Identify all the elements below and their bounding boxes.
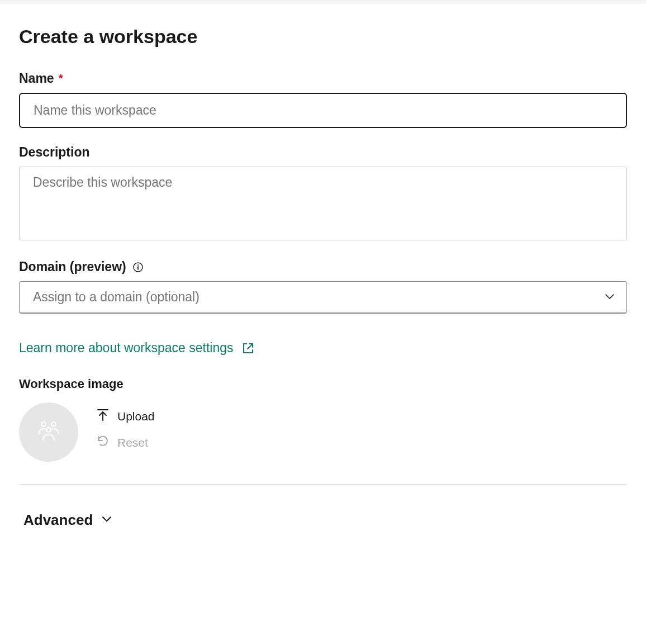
name-input[interactable] (19, 93, 627, 128)
workspace-image-section: Workspace image (19, 377, 627, 462)
description-label-row: Description (19, 145, 627, 160)
description-field-group: Description (19, 145, 627, 243)
domain-label-row: Domain (preview) (19, 259, 627, 274)
domain-label: Domain (preview) (19, 259, 126, 274)
external-link-icon (241, 342, 255, 355)
svg-point-3 (41, 422, 46, 427)
svg-point-4 (51, 422, 56, 427)
image-actions: Upload Reset (96, 402, 155, 451)
workspace-image-placeholder (19, 402, 78, 462)
domain-field-group: Domain (preview) (19, 259, 627, 314)
page-title: Create a workspace (19, 26, 627, 48)
name-field-group: Name * (19, 71, 627, 128)
chevron-down-icon (101, 512, 113, 529)
learn-more-text: Learn more about workspace settings (19, 340, 234, 356)
description-label: Description (19, 145, 90, 160)
name-label-row: Name * (19, 71, 627, 86)
divider (19, 484, 627, 485)
name-label: Name (19, 71, 54, 86)
svg-point-1 (137, 264, 139, 266)
domain-select-wrapper (19, 281, 627, 314)
upload-label: Upload (117, 410, 155, 423)
undo-icon (96, 434, 110, 451)
advanced-toggle[interactable]: Advanced (19, 512, 113, 529)
group-icon (34, 421, 63, 443)
reset-button: Reset (96, 434, 155, 451)
learn-more-link[interactable]: Learn more about workspace settings (19, 340, 255, 356)
reset-label: Reset (117, 436, 148, 449)
workspace-image-label: Workspace image (19, 377, 627, 391)
required-indicator: * (59, 72, 63, 85)
domain-select[interactable] (19, 281, 627, 314)
upload-button[interactable]: Upload (96, 408, 155, 424)
svg-point-5 (46, 428, 51, 432)
image-actions-row: Upload Reset (19, 402, 627, 462)
info-icon[interactable] (133, 262, 143, 272)
create-workspace-form: Create a workspace Name * Description Do… (0, 3, 646, 551)
upload-icon (96, 408, 110, 424)
svg-rect-2 (137, 266, 139, 269)
advanced-label: Advanced (23, 512, 93, 529)
description-input[interactable] (19, 167, 627, 240)
